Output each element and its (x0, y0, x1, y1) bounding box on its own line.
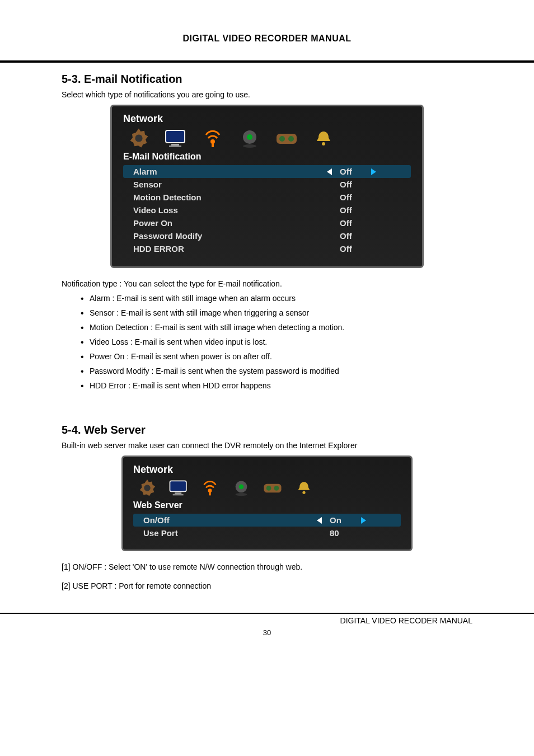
setting-label: Password Modify (133, 231, 327, 241)
setting-row-power-on[interactable]: Power On Off (123, 217, 411, 229)
screenshot-section-label: Web Server (133, 500, 401, 510)
setting-row-alarm[interactable]: Alarm Off (123, 165, 411, 178)
screenshot-title: Network (133, 464, 401, 476)
arrow-right-icon[interactable] (361, 517, 366, 524)
monitor-icon[interactable] (168, 479, 189, 497)
bullet-power-on: Power On : E-mail is sent when power is … (90, 352, 472, 361)
setting-value: Off (340, 205, 363, 215)
svg-rect-14 (170, 481, 186, 492)
svg-point-8 (243, 144, 256, 148)
section-5-3-intro: Select which type of notifications you a… (62, 90, 472, 99)
page-number: 30 (0, 628, 534, 637)
setting-label: Use Port (143, 528, 317, 538)
svg-point-13 (144, 485, 150, 491)
setting-label: HDD ERROR (133, 244, 327, 253)
setting-label: Alarm (133, 167, 327, 176)
footer-text: DIGITAL VIDEO RECODER MANUAL (0, 614, 534, 625)
section-5-4-heading: 5-4. Web Server (62, 424, 472, 436)
svg-point-0 (135, 134, 142, 142)
bullet-alarm: Alarm : E-mail is sent with still image … (90, 294, 472, 303)
svg-rect-5 (212, 143, 214, 147)
setting-label: Power On (133, 218, 327, 228)
svg-rect-16 (173, 494, 184, 496)
bullet-hdd-error: HDD Error : E-mail is sent when HDD erro… (90, 381, 472, 390)
setting-label: Sensor (133, 180, 327, 189)
setting-row-video-loss[interactable]: Video Loss Off (123, 204, 411, 217)
webcam-icon[interactable] (231, 479, 252, 497)
vr-icon[interactable] (262, 479, 283, 497)
screenshot-section-label: E-Mail Notification (123, 152, 411, 162)
monitor-icon[interactable] (163, 128, 188, 148)
arrow-left-icon[interactable] (317, 517, 322, 524)
wireless-icon[interactable] (200, 128, 225, 148)
svg-point-21 (236, 493, 247, 496)
wireless-icon[interactable] (199, 479, 221, 497)
svg-point-23 (266, 486, 271, 491)
svg-point-11 (288, 136, 294, 142)
screenshot-icon-row (133, 479, 401, 497)
setting-value: Off (340, 180, 363, 189)
arrow-right-icon[interactable] (371, 168, 376, 175)
bullet-password-modify: Password Modify : E-mail is sent when th… (90, 367, 472, 375)
note-useport: [2] USE PORT : Port for remote connectio… (62, 581, 472, 590)
arrow-left-icon[interactable] (327, 168, 332, 175)
svg-point-12 (322, 142, 325, 145)
value-selector[interactable]: Off (327, 167, 405, 176)
svg-point-24 (274, 486, 279, 491)
svg-point-10 (279, 136, 285, 142)
screenshot-title: Network (123, 113, 411, 125)
bullet-motion: Motion Detection : E-mail is sent with s… (90, 323, 472, 332)
setting-label: Video Loss (133, 205, 327, 215)
section-5-3-heading: 5-3. E-mail Notification (62, 73, 472, 86)
settings-icon[interactable] (127, 128, 151, 148)
note-onoff: [1] ON/OFF : Select 'ON' to use remote N… (62, 562, 472, 571)
vr-icon[interactable] (274, 128, 299, 148)
section-5-4-intro: Built-in web server make user can connec… (62, 441, 472, 450)
svg-rect-2 (171, 144, 179, 145)
svg-point-7 (247, 134, 252, 140)
value-selector[interactable]: On (317, 515, 395, 525)
setting-value: Off (340, 218, 363, 228)
settings-icon[interactable] (137, 479, 158, 497)
setting-row-sensor[interactable]: Sensor Off (123, 178, 411, 191)
setting-label: On/Off (143, 515, 317, 525)
svg-rect-18 (209, 492, 210, 496)
notification-type-desc: Notification type : You can select the t… (62, 279, 472, 288)
setting-row-password-modify[interactable]: Password Modify Off (123, 229, 411, 242)
value-selector[interactable]: Off (327, 180, 405, 189)
webcam-icon[interactable] (237, 128, 262, 148)
setting-row-use-port[interactable]: Use Port 80 (133, 527, 401, 539)
setting-row-motion[interactable]: Motion Detection Off (123, 191, 411, 204)
svg-point-20 (239, 485, 244, 490)
screenshot-web-server: Network Web Server On/Off On Use Port (121, 456, 413, 551)
svg-rect-1 (166, 130, 185, 143)
screenshot-email-notification: Network E-Mail Notification Alarm Off Se… (110, 105, 424, 268)
svg-rect-3 (169, 145, 181, 147)
svg-rect-15 (175, 493, 181, 495)
bell-icon[interactable] (311, 128, 336, 148)
setting-value: Off (340, 192, 363, 202)
setting-value: Off (340, 244, 363, 253)
setting-value: 80 (330, 528, 353, 538)
screenshot-icon-row (123, 128, 411, 148)
setting-row-onoff[interactable]: On/Off On (133, 514, 401, 527)
svg-point-25 (302, 491, 305, 494)
setting-label: Motion Detection (133, 192, 327, 202)
setting-row-hdd-error[interactable]: HDD ERROR Off (123, 242, 411, 255)
bell-icon[interactable] (293, 479, 315, 497)
setting-value: Off (340, 231, 363, 241)
header-rule (0, 60, 534, 63)
bullet-sensor: Sensor : E-mail is sent with still image… (90, 308, 472, 317)
setting-value: On (330, 515, 353, 525)
bullet-video-loss: Video Loss : E-mail is sent when video i… (90, 337, 472, 346)
notification-bullets: Alarm : E-mail is sent with still image … (62, 294, 472, 390)
setting-value: Off (340, 167, 363, 176)
page-header-title: DIGITAL VIDEO RECORDER MANUAL (0, 34, 534, 44)
